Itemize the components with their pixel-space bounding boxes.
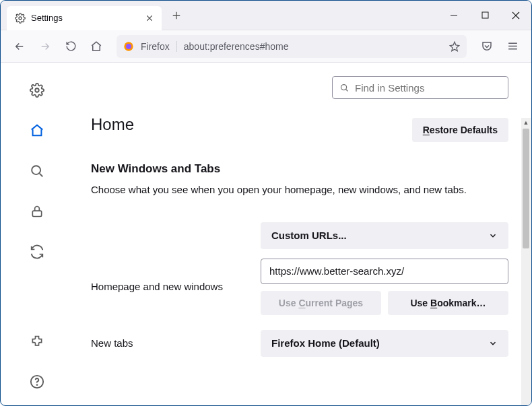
chevron-down-icon: [488, 339, 498, 348]
chevron-down-icon: [488, 231, 498, 240]
use-current-pages-button[interactable]: Use Current Pages: [261, 291, 381, 315]
back-button[interactable]: [9, 36, 30, 57]
vertical-scrollbar[interactable]: ▲: [521, 127, 531, 405]
settings-main: Home Restore Defaults New Windows and Ta…: [73, 63, 531, 405]
minimize-button[interactable]: [438, 1, 469, 30]
gear-icon: [15, 13, 26, 24]
scroll-up-arrow[interactable]: ▲: [521, 118, 531, 127]
scrollbar-thumb[interactable]: [523, 129, 529, 248]
sidebar-extensions[interactable]: [26, 330, 48, 353]
section-heading: New Windows and Tabs: [91, 162, 508, 176]
sidebar-home[interactable]: [26, 119, 48, 142]
pocket-button[interactable]: [476, 36, 498, 57]
maximize-button[interactable]: [469, 1, 500, 30]
search-icon: [339, 83, 350, 93]
settings-search[interactable]: [332, 76, 508, 99]
section-description: Choose what you see when you open your h…: [91, 182, 508, 198]
sidebar-general[interactable]: [26, 79, 48, 102]
svg-rect-6: [32, 211, 41, 216]
url-bar[interactable]: Firefox about:preferences#home: [117, 35, 467, 58]
svg-point-9: [341, 84, 347, 90]
svg-point-5: [32, 166, 40, 174]
url-text: about:preferences#home: [184, 41, 442, 52]
select-value: Custom URLs...: [271, 230, 347, 241]
browser-window: Settings Firefox about:preferences#home: [0, 0, 532, 406]
sidebar-privacy[interactable]: [26, 200, 48, 223]
restore-defaults-button[interactable]: Restore Defaults: [412, 118, 508, 142]
forward-button[interactable]: [34, 36, 56, 57]
homepage-mode-select[interactable]: Custom URLs...: [261, 222, 508, 249]
navigation-toolbar: Firefox about:preferences#home: [1, 30, 531, 63]
close-window-button[interactable]: [500, 1, 531, 30]
use-bookmark-button[interactable]: Use Bookmark…: [388, 291, 508, 315]
new-tab-button[interactable]: [167, 6, 186, 25]
sidebar-search[interactable]: [26, 160, 48, 182]
svg-point-0: [19, 17, 22, 20]
homepage-select-row: Custom URLs...: [91, 222, 508, 249]
svg-point-4: [35, 88, 39, 92]
sidebar-help[interactable]: [26, 370, 48, 393]
newtabs-select[interactable]: Firefox Home (Default): [261, 330, 508, 357]
bookmark-star-icon[interactable]: [449, 41, 460, 52]
window-controls: [438, 1, 531, 30]
content-area: Home Restore Defaults New Windows and Ta…: [1, 63, 531, 405]
homepage-url-input[interactable]: [261, 259, 508, 284]
sidebar-sync[interactable]: [26, 240, 48, 263]
settings-search-input[interactable]: [355, 82, 501, 94]
newtabs-label: New tabs: [91, 337, 261, 349]
titlebar: Settings: [1, 1, 531, 30]
homepage-url-row: Homepage and new windows Use Current Pag…: [91, 259, 508, 315]
homepage-label: Homepage and new windows: [91, 281, 261, 292]
svg-point-8: [37, 384, 38, 385]
close-icon[interactable]: [144, 13, 155, 24]
select-value: Firefox Home (Default): [271, 337, 380, 349]
app-menu-button[interactable]: [502, 36, 523, 57]
url-identity: Firefox: [141, 41, 177, 52]
svg-point-3: [126, 44, 131, 49]
category-sidebar: [1, 63, 73, 405]
firefox-logo-icon: [123, 41, 134, 52]
svg-rect-1: [482, 12, 488, 18]
tab-title: Settings: [31, 13, 139, 23]
home-button[interactable]: [86, 36, 107, 57]
browser-tab[interactable]: Settings: [7, 6, 162, 30]
reload-button[interactable]: [60, 36, 81, 57]
newtabs-row: New tabs Firefox Home (Default): [91, 330, 508, 357]
